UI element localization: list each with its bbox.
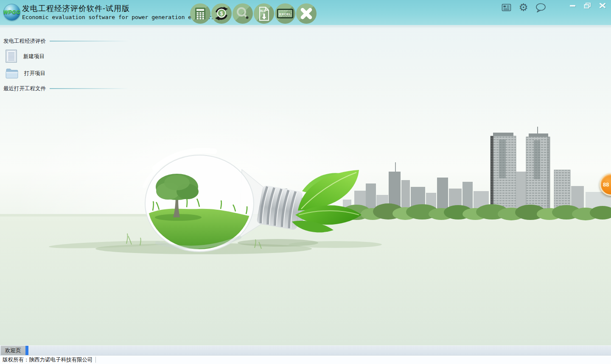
calculator-icon [195,7,206,20]
eco-illustration [0,108,611,345]
titlebar: WPGG 发电工程经济评价软件-试用版 Economic evaluation … [0,0,611,25]
app-logo: WPGG [3,4,20,21]
xls-label: XLS [260,9,266,12]
news-icon[interactable] [502,3,512,12]
open-folder-icon [5,68,19,79]
excel-icon: EXCEL [277,8,294,19]
tab-strip: 欢迎页 [0,345,611,355]
side-badge-circle: 88 [600,173,611,196]
side-badge-text: 88 [603,181,609,188]
menu-item-open-project[interactable]: 打开项目 [5,65,129,81]
status-bar: 版权所有：陕西力诺电子科技有限公司 [0,355,611,364]
tab-welcome-page[interactable]: 欢迎页 [1,346,25,355]
section-recent-title: 最近打开工程文件 [3,85,46,92]
search-button[interactable] [233,3,253,24]
statusbar-separator [95,357,96,363]
excel-label: EXCEL [279,12,291,16]
side-badge[interactable]: 88 [597,172,611,198]
dollar-label: $ [220,11,223,17]
settings-gear-icon[interactable]: ⚙ [519,3,528,13]
toolbar: $ XLS [190,3,317,24]
currency-refresh-button[interactable]: $ [211,3,232,24]
section-evaluation-title: 发电工程经济评价 [3,38,46,45]
system-icons: ⚙ [502,2,547,13]
main-content: 发电工程经济评价 新建项目 [0,25,611,345]
tab-accent-bar[interactable] [25,346,28,355]
export-xls-button[interactable]: XLS [254,3,274,24]
search-icon [235,6,250,21]
tab-welcome-label: 欢迎页 [5,347,21,354]
section-recent-files: 最近打开工程文件 [3,85,129,92]
currency-refresh-icon: $ [214,6,229,21]
minimize-button[interactable] [569,2,577,9]
section-divider-line [50,41,129,42]
xls-download-icon: XLS [258,7,270,21]
ground [0,214,611,345]
close-x-icon [299,6,314,21]
app-window: WPGG 发电工程经济评价软件-试用版 Economic evaluation … [0,0,611,364]
copyright-text: 版权所有：陕西力诺电子科技有限公司 [3,356,93,364]
section-divider-line [50,88,129,89]
excel-button[interactable]: EXCEL [275,3,295,24]
menu-item-label: 新建项目 [23,53,45,60]
section-evaluation: 发电工程经济评价 [3,37,129,45]
close-window-button[interactable] [598,2,607,9]
new-project-document-icon [5,50,18,63]
feedback-chat-icon[interactable] [535,3,547,13]
sidebar: 发电工程经济评价 新建项目 [3,37,129,96]
window-controls [569,2,607,9]
menu-item-label: 打开项目 [24,70,45,77]
menu-item-new-project[interactable]: 新建项目 [5,48,129,64]
calculator-button[interactable] [190,3,210,24]
app-logo-text: WPGG [3,9,20,15]
close-project-button[interactable] [296,3,317,24]
maximize-button[interactable] [583,2,592,9]
